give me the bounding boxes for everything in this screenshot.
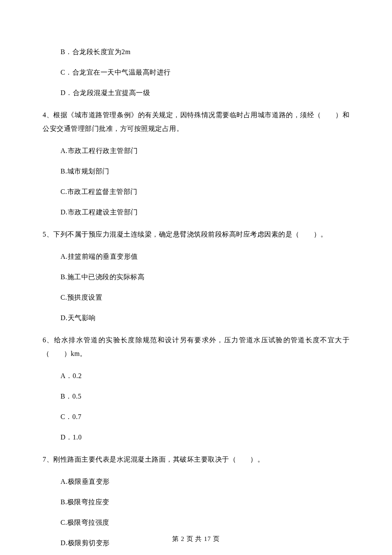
question-option: A．0.2 (43, 371, 349, 381)
question-option: C.极限弯拉强度 (43, 517, 349, 528)
page-content: B．合龙段长度宜为2m C．合龙宜在一天中气温最高时进行 D．合龙段混凝土宜提高… (0, 0, 392, 555)
orphan-option: C．合龙宜在一天中气温最高时进行 (43, 67, 349, 78)
question-option: C.市政工程监督主管部门 (43, 187, 349, 197)
orphan-option: D．合龙段混凝土宜提高一级 (43, 88, 349, 98)
question-option: C．0.7 (43, 412, 349, 422)
question-option: B.施工中已浇段的实际标高 (43, 272, 349, 282)
question-option: A.市政工程行政主管部门 (43, 146, 349, 156)
question-option: B．0.5 (43, 391, 349, 402)
question-option: B.城市规划部门 (43, 166, 349, 176)
question-option: A.挂篮前端的垂直变形值 (43, 251, 349, 262)
orphan-option: B．合龙段长度宜为2m (43, 47, 349, 57)
question-option: A.极限垂直变形 (43, 477, 349, 487)
question-6: 6、给水排水管道的实验长度除规范和设计另有要求外，压力管道水压试验的管道长度不宜… (43, 333, 349, 442)
question-stem: 7、刚性路面主要代表是水泥混凝土路面，其破坏主要取决于（ ）。 (43, 453, 349, 466)
question-stem: 5、下列不属于预应力混凝土连续梁，确定悬臂浇筑段前段标高时应考虑因素的是（ ）。 (43, 228, 349, 241)
question-option: C.预拱度设置 (43, 292, 349, 303)
question-option: B.极限弯拉应变 (43, 497, 349, 507)
question-option: D.天气影响 (43, 313, 349, 323)
question-4: 4、根据《城市道路管理条例》的有关规定，因特殊情况需要临时占用城市道路的，须经（… (43, 108, 349, 217)
question-5: 5、下列不属于预应力混凝土连续梁，确定悬臂浇筑段前段标高时应考虑因素的是（ ）。… (43, 228, 349, 323)
question-7: 7、刚性路面主要代表是水泥混凝土路面，其破坏主要取决于（ ）。 A.极限垂直变形… (43, 453, 349, 548)
page-footer: 第 2 页 共 17 页 (0, 535, 392, 543)
question-option: D.市政工程建设主管部门 (43, 207, 349, 217)
question-option: D．1.0 (43, 432, 349, 442)
question-stem: 6、给水排水管道的实验长度除规范和设计另有要求外，压力管道水压试验的管道长度不宜… (43, 333, 349, 361)
question-stem: 4、根据《城市道路管理条例》的有关规定，因特殊情况需要临时占用城市道路的，须经（… (43, 108, 349, 136)
